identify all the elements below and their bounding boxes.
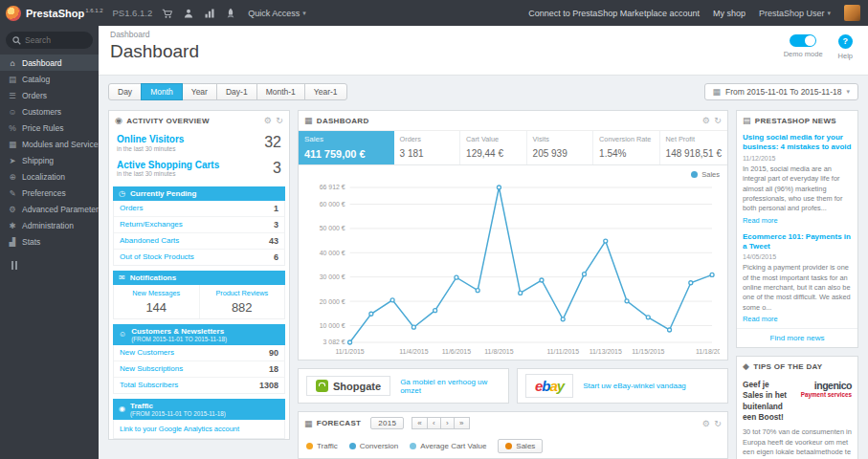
ebay-promo: ebay Start uw eBay-winkel vandaag — [517, 368, 728, 404]
forecast-legend-item[interactable]: Sales — [498, 439, 543, 453]
chart-legend[interactable]: Sales — [306, 169, 720, 180]
new-customers-link[interactable]: New Customers — [120, 348, 174, 357]
calendar-icon: ▦ — [713, 87, 722, 97]
kpi-visits-tab[interactable]: Visits 205 939 — [527, 131, 594, 164]
sidebar-item-dashboard[interactable]: ⌂Dashboard — [0, 55, 99, 71]
collapse-sidebar-icon[interactable] — [11, 261, 99, 270]
sidebar-search[interactable] — [6, 32, 93, 49]
sidebar-item-modules[interactable]: ▦Modules and Services — [0, 136, 99, 152]
out-of-stock-link[interactable]: Out of Stock Products — [120, 252, 194, 261]
sidebar-item-customers[interactable]: ☺Customers — [0, 103, 99, 120]
quick-access-label: Quick Access — [248, 9, 300, 18]
panel-title: FORECAST — [317, 419, 361, 427]
sidebar-item-label: Dashboard — [22, 58, 62, 68]
gear-icon[interactable]: ⚙ — [702, 419, 710, 428]
online-visitors-link[interactable]: Online Visitors in the last 30 minutes — [117, 134, 184, 152]
gear-icon[interactable]: ⚙ — [264, 116, 272, 125]
svg-text:11/18/2015: 11/18/2015 — [696, 348, 720, 355]
demo-mode-toggle[interactable] — [790, 34, 816, 47]
panel-title: TIPS OF THE DAY — [753, 362, 822, 371]
svg-text:11/11/2015: 11/11/2015 — [546, 348, 579, 355]
my-shop-link[interactable]: My shop — [713, 9, 746, 18]
refresh-icon[interactable]: ↻ — [714, 116, 722, 125]
customers-shortcut-icon[interactable] — [183, 8, 194, 19]
forecast-legend-item[interactable]: Traffic — [306, 442, 338, 450]
kpi-conversion-rate-tab[interactable]: Conversion Rate 1.54% — [593, 131, 660, 164]
refresh-icon[interactable]: ↻ — [276, 116, 283, 125]
sidebar-item-catalog[interactable]: ▤Catalog — [0, 71, 99, 87]
sidebar-item-administration[interactable]: ✱Administration — [0, 217, 99, 233]
new-messages-value: 144 — [116, 300, 197, 315]
sidebar-item-advanced-parameters[interactable]: ⚙Advanced Parameters — [0, 201, 99, 217]
range-month-1-button[interactable]: Month-1 — [256, 83, 305, 100]
range-day-button[interactable]: Day — [108, 83, 142, 100]
shipping-icon: ➤ — [8, 156, 17, 165]
tip-body: 30 tot 70% van de consumenten in Europa … — [743, 427, 852, 459]
svg-text:20 000 €: 20 000 € — [320, 298, 345, 305]
news-article-title[interactable]: Using social media for your business: 4 … — [737, 130, 857, 154]
sidebar-item-orders[interactable]: ☰Orders — [0, 87, 99, 103]
active-carts-row: Active Shopping Carts in the last 30 min… — [109, 156, 289, 182]
kpi-cart-value-tab[interactable]: Cart Value 129,44 € — [460, 131, 527, 164]
product-reviews-link[interactable]: Product Reviews — [202, 289, 283, 297]
forecast-legend-item[interactable]: Conversion — [349, 442, 398, 450]
sidebar-item-preferences[interactable]: ✎Preferences — [0, 185, 99, 201]
forecast-panel: ▦ FORECAST 2015 « ‹ › » ⚙ ↻ — [298, 411, 728, 459]
cart-shortcut-icon[interactable] — [162, 8, 173, 19]
demo-mode-label: Demo mode — [784, 50, 823, 58]
range-month-button[interactable]: Month — [141, 83, 183, 100]
kpi-orders-tab[interactable]: Orders 3 181 — [394, 131, 461, 164]
total-subscribers-link[interactable]: Total Subscribers — [120, 381, 178, 389]
google-analytics-link[interactable]: Link to your Google Analytics account — [114, 420, 284, 438]
next-page-icon[interactable]: › — [440, 417, 455, 429]
sidebar-item-label: Price Rules — [22, 123, 63, 133]
online-visitors-row: Online Visitors in the last 30 minutes 3… — [109, 130, 289, 156]
user-name: PrestaShop User — [759, 9, 825, 18]
pending-returns-link[interactable]: Return/Exchanges — [120, 220, 183, 229]
date-range-picker[interactable]: ▦ From 2015-11-01 To 2015-11-18 ▾ — [704, 83, 858, 100]
user-avatar[interactable] — [844, 5, 860, 21]
range-year-1-button[interactable]: Year-1 — [304, 83, 347, 100]
advanced-parameters-icon: ⚙ — [8, 205, 17, 214]
read-more-link[interactable]: Read more — [737, 216, 857, 230]
pending-orders-link[interactable]: Orders — [120, 204, 143, 212]
panel-title: DASHBOARD — [317, 117, 369, 125]
find-more-news-link[interactable]: Find more news — [737, 328, 857, 347]
shopgate-promo-link[interactable]: Ga mobiel en verhoog uw omzet — [400, 378, 501, 395]
search-input[interactable] — [25, 35, 86, 45]
previous-page-icon[interactable]: ‹ — [427, 417, 441, 429]
sidebar-item-localization[interactable]: ⊕Localization — [0, 168, 99, 185]
new-messages-link[interactable]: New Messages — [116, 289, 197, 297]
quick-access-menu[interactable]: Quick Access ▾ — [248, 9, 306, 18]
marketplace-connect-link[interactable]: Connect to PrestaShop Marketplace accoun… — [528, 9, 700, 18]
new-subscriptions-link[interactable]: New Subscriptions — [120, 364, 183, 373]
forecast-year-select[interactable]: 2015 — [370, 417, 404, 429]
kpi-sales-tab[interactable]: Sales 411 759,00 € — [299, 131, 394, 164]
range-day-1-button[interactable]: Day-1 — [216, 83, 257, 100]
range-year-button[interactable]: Year — [182, 83, 217, 100]
last-page-icon[interactable]: » — [454, 417, 470, 429]
first-page-icon[interactable]: « — [412, 417, 428, 429]
help-icon[interactable]: ? — [838, 34, 853, 49]
rocket-shortcut-icon[interactable] — [225, 8, 236, 19]
news-article-title[interactable]: Ecommerce 101: Payments in a Tweet — [737, 230, 857, 253]
gear-icon[interactable]: ⚙ — [702, 116, 710, 125]
user-menu[interactable]: PrestaShop User ▾ — [759, 9, 831, 18]
forecast-legend-item[interactable]: Average Cart Value — [410, 442, 486, 450]
sidebar-item-price-rules[interactable]: %Price Rules — [0, 120, 99, 136]
sidebar-item-stats[interactable]: ▟Stats — [0, 233, 99, 250]
read-more-link[interactable]: Read more — [737, 315, 857, 328]
help-label: Help — [838, 52, 853, 60]
shopgate-bag-icon — [316, 380, 328, 392]
abandoned-carts-link[interactable]: Abandoned Carts — [120, 236, 179, 245]
new-subscriptions-row: New Subscriptions18 — [114, 361, 284, 378]
demo-mode-control: Demo mode — [784, 34, 823, 60]
refresh-icon[interactable]: ↻ — [714, 419, 722, 428]
kpi-net-profit-tab[interactable]: Net Profit 148 918,51 € — [660, 131, 727, 164]
sidebar-item-shipping[interactable]: ➤Shipping — [0, 152, 99, 168]
ebay-promo-link[interactable]: Start uw eBay-winkel vandaag — [583, 382, 686, 390]
shop-name: PS1.6.1.2 — [113, 8, 153, 18]
breadcrumb[interactable]: Dashboard — [110, 30, 857, 39]
stats-shortcut-icon[interactable] — [204, 8, 215, 19]
active-carts-link[interactable]: Active Shopping Carts in the last 30 min… — [117, 160, 219, 178]
